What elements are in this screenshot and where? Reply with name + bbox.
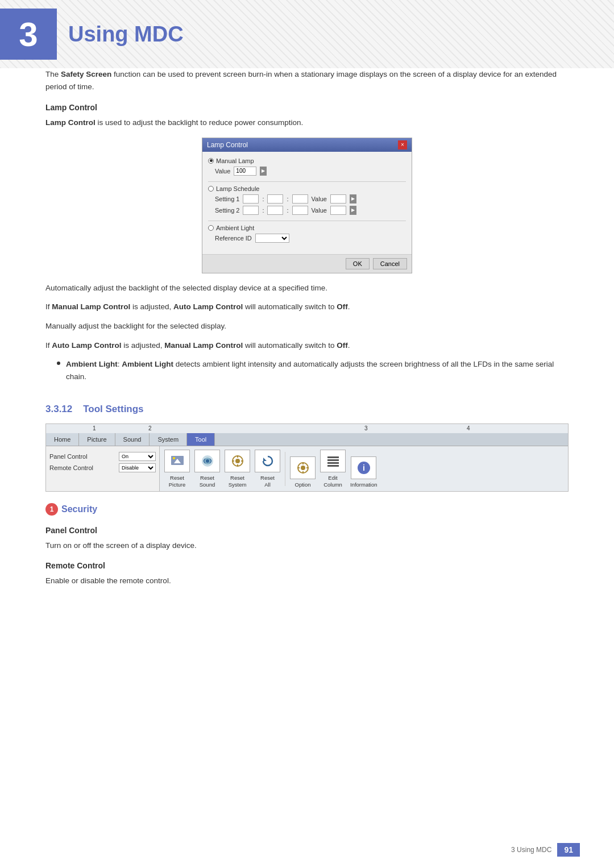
option-icon[interactable]	[290, 456, 316, 479]
bullet-dot	[57, 362, 60, 365]
setting2-row: Setting 2 : : Value ▶	[215, 206, 406, 215]
reset-picture-icon[interactable]	[164, 450, 190, 472]
ambient-light-section: Ambient Light Reference ID	[208, 225, 406, 243]
reset-system-svg	[230, 453, 246, 469]
reference-id-label: Reference ID	[215, 235, 252, 242]
svg-rect-10	[232, 460, 234, 462]
s2-m[interactable]	[267, 206, 283, 215]
panel-control-row: Panel Control On Off	[49, 452, 156, 461]
s2-arrow[interactable]: ▶	[350, 206, 356, 215]
dialog-footer: OK Cancel	[202, 254, 412, 273]
remote-control-section-heading: Remote Control	[45, 561, 569, 570]
page-number: 91	[557, 843, 580, 857]
tab-sound[interactable]: Sound	[115, 433, 150, 446]
reset-system-icon[interactable]	[225, 450, 250, 472]
lamp-schedule-radio-dot	[208, 186, 214, 192]
reset-sound-svg	[200, 453, 215, 469]
reset-all-label: ResetAll	[260, 475, 275, 488]
information-label: Information	[350, 481, 377, 488]
ok-button[interactable]: OK	[346, 258, 370, 269]
lamp-control-bold: Lamp Control	[45, 118, 96, 127]
alc-bold1: Auto Lamp Control	[52, 341, 121, 350]
reference-id-select[interactable]	[255, 234, 289, 243]
safety-screen-bold: Safety Screen	[61, 70, 111, 78]
dialog-body: Manual Lamp Value ▶ Lamp Schedule	[202, 152, 412, 254]
tab-num-3: 3	[364, 425, 368, 431]
tab-home[interactable]: Home	[46, 433, 79, 446]
tool-body: Panel Control On Off Remote Control Disa…	[46, 446, 568, 491]
information-icon[interactable]: i	[351, 456, 376, 479]
alc-bold2: Manual Lamp Control	[164, 341, 243, 350]
manual-lamp-radio-dot	[208, 158, 214, 164]
panel-control-section-heading: Panel Control	[45, 526, 569, 535]
s1-s[interactable]	[292, 194, 308, 203]
chapter-header: 3 Using MDC	[0, 0, 614, 68]
ambient-bold2: Ambient Light	[122, 360, 173, 368]
svg-point-2	[173, 457, 175, 459]
panel-control-select[interactable]: On Off	[119, 452, 156, 461]
edit-column-icon[interactable]	[320, 450, 346, 472]
value-arrow[interactable]: ▶	[260, 167, 267, 176]
s2-colon1: :	[262, 207, 264, 214]
svg-rect-8	[237, 455, 238, 458]
svg-rect-18	[306, 467, 309, 468]
security-heading: 1 Security	[45, 503, 569, 516]
svg-rect-16	[302, 471, 304, 474]
remote-control-select[interactable]: Disable Enable	[119, 463, 156, 472]
lamp-schedule-section: Lamp Schedule Setting 1 : : Value ▶	[208, 185, 406, 215]
tab-num-4: 4	[467, 425, 470, 431]
s2-colon2: :	[287, 207, 288, 214]
tab-tool[interactable]: Tool	[187, 433, 215, 446]
auto-text1: Automatically adjust the backlight of th…	[45, 282, 569, 294]
svg-rect-20	[327, 459, 339, 461]
ambient-light-radio[interactable]: Ambient Light	[208, 225, 406, 231]
intro-paragraph: The Safety Screen function can be used t…	[45, 68, 569, 93]
manual-lamp-radio[interactable]: Manual Lamp	[208, 157, 406, 164]
reset-picture-svg	[169, 453, 185, 469]
s2-h[interactable]	[243, 206, 259, 215]
option-svg	[295, 460, 311, 476]
s1-h[interactable]	[243, 194, 259, 203]
svg-point-14	[301, 466, 305, 470]
svg-point-5	[206, 459, 209, 463]
page-footer: 3 Using MDC 91	[511, 843, 580, 857]
remote-control-row: Remote Control Disable Enable	[49, 463, 156, 472]
reset-all-svg	[260, 453, 276, 469]
ambient-bullet: Ambient Light: Ambient Light detects amb…	[45, 358, 569, 389]
reset-picture-label: ResetPicture	[169, 475, 186, 488]
chapter-number: 3	[0, 9, 57, 60]
s1-m[interactable]	[267, 194, 283, 203]
reset-sound-icon[interactable]	[194, 450, 220, 472]
value-input[interactable]	[234, 167, 256, 176]
lamp-schedule-label: Lamp Schedule	[216, 185, 259, 192]
s2-value[interactable]	[330, 206, 346, 215]
s1-value[interactable]	[330, 194, 346, 203]
tab-system[interactable]: System	[150, 433, 187, 446]
lamp-control-rest: is used to adjust the backlight to reduc…	[98, 118, 304, 127]
lamp-control-dialog-container: Lamp Control × Manual Lamp Value ▶	[202, 138, 412, 273]
svg-rect-9	[237, 464, 238, 467]
manual-lamp-section: Manual Lamp Value ▶	[208, 157, 406, 176]
edit-column-label: EditColumn	[323, 475, 342, 488]
dialog-titlebar: Lamp Control ×	[202, 138, 412, 152]
s1-arrow[interactable]: ▶	[350, 194, 356, 203]
separator	[285, 452, 285, 486]
svg-rect-17	[297, 467, 300, 468]
security-title: Security	[61, 504, 97, 514]
s1-colon1: :	[262, 196, 264, 202]
s1-value-label: Value	[312, 196, 327, 202]
cancel-button[interactable]: Cancel	[373, 258, 407, 269]
reset-all-icon[interactable]	[255, 450, 280, 472]
tab-picture[interactable]: Picture	[79, 433, 115, 446]
tool-settings-ui: 1 2 3 4 Home Picture Sound System Tool P…	[45, 423, 569, 492]
option-group: Option	[290, 456, 316, 488]
s2-s[interactable]	[292, 206, 308, 215]
value-label: Value	[215, 168, 230, 175]
s1-colon2: :	[287, 196, 288, 202]
dialog-close-button[interactable]: ×	[398, 140, 407, 149]
lamp-schedule-radio[interactable]: Lamp Schedule	[208, 185, 406, 192]
manually-text: Manually adjust the backlight for the se…	[45, 320, 569, 333]
edit-column-group: EditColumn	[320, 450, 346, 488]
tool-left-panel: Panel Control On Off Remote Control Disa…	[46, 446, 160, 491]
panel-control-desc: Turn on or off the screen of a display d…	[45, 539, 569, 552]
